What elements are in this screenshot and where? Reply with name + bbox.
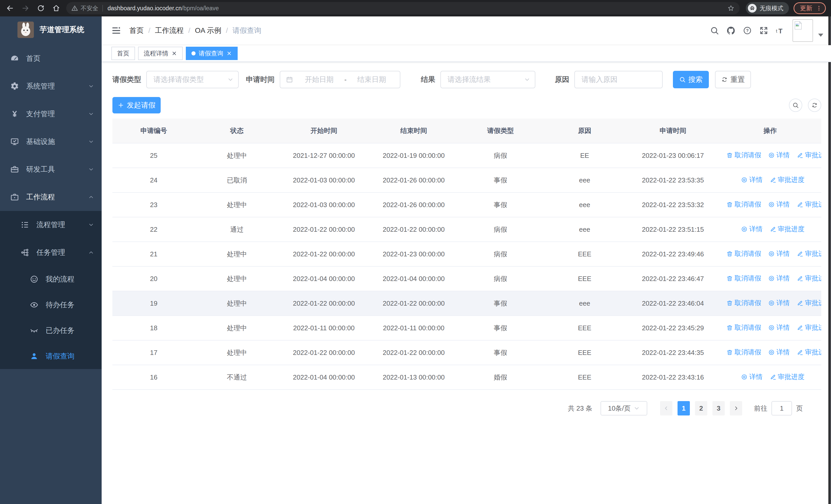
github-icon[interactable]	[726, 26, 736, 35]
page-size-select[interactable]: 10条/页	[601, 401, 647, 415]
detail-link[interactable]: 详情	[768, 200, 790, 209]
cell-reason: EEE	[543, 266, 627, 291]
forward-button[interactable]	[22, 4, 29, 12]
top-navbar: 首页 / 工作流程 / OA 示例 / 请假查询	[102, 17, 831, 45]
sidebar-item[interactable]: 流程管理	[0, 211, 102, 239]
sidebar-item[interactable]: 工作流程	[0, 183, 102, 211]
cancel-leave-link[interactable]: 取消请假	[726, 298, 761, 307]
sidebar-item[interactable]: 基础设施	[0, 128, 102, 155]
approval-progress-link[interactable]: 审批进度	[797, 323, 821, 332]
kebab-menu-icon[interactable]	[816, 5, 822, 11]
breadcrumb-item[interactable]: 首页	[130, 26, 144, 35]
navbar-actions	[703, 19, 823, 42]
view-icon	[741, 226, 748, 233]
column-header: 开始时间	[279, 119, 369, 143]
trash-icon	[726, 349, 733, 356]
refresh-button[interactable]	[808, 98, 821, 112]
sidebar-item[interactable]: 请假查询	[0, 343, 102, 369]
prev-page-button[interactable]	[660, 401, 672, 415]
detail-link[interactable]: 详情	[768, 249, 790, 258]
breadcrumb-item[interactable]: / 工作流程	[144, 26, 184, 35]
sidebar-item[interactable]: 支付管理	[0, 100, 102, 128]
breadcrumb-item[interactable]: / OA 示例	[184, 26, 221, 35]
approval-progress-link[interactable]: 审批进度	[797, 151, 821, 159]
sidebar-item[interactable]: 待办任务	[0, 292, 102, 318]
back-button[interactable]	[6, 4, 14, 12]
result-select[interactable]: 请选择流结果	[440, 71, 535, 88]
column-header: 申请编号	[112, 119, 195, 143]
detail-link[interactable]: 详情	[741, 175, 763, 184]
edit-icon	[797, 300, 803, 306]
fullscreen-icon[interactable]	[759, 26, 768, 35]
leave-type-select[interactable]: 请选择请假类型	[146, 71, 239, 88]
tab[interactable]: 请假查询	[186, 47, 238, 60]
toggle-search-button[interactable]	[789, 98, 802, 112]
caret-down-icon[interactable]	[818, 34, 823, 37]
home-button[interactable]	[52, 4, 60, 12]
trash-icon	[726, 152, 733, 158]
cancel-leave-link[interactable]: 取消请假	[726, 348, 761, 357]
close-icon[interactable]	[226, 51, 232, 56]
page-button[interactable]: 1	[678, 401, 690, 415]
reset-button[interactable]: 重置	[715, 71, 751, 88]
search-icon[interactable]	[710, 26, 719, 35]
tab[interactable]: 流程详情	[138, 47, 183, 60]
update-button[interactable]: 更新	[794, 2, 826, 14]
table-row: 22 通过 2022-01-22 00:00:00 2022-01-22 00:…	[112, 217, 821, 242]
cancel-leave-link[interactable]: 取消请假	[726, 151, 761, 159]
result-label: 结果	[421, 75, 435, 84]
sidebar-item[interactable]: 任务管理	[0, 239, 102, 266]
chevron-down-icon	[88, 139, 94, 145]
chevron-down-icon	[88, 194, 94, 200]
font-size-icon[interactable]	[776, 26, 785, 35]
create-leave-button[interactable]: 发起请假	[112, 97, 161, 113]
goto-label: 前往	[754, 404, 767, 413]
view-icon	[768, 300, 775, 306]
sidebar-item[interactable]: 我的流程	[0, 266, 102, 292]
page-button[interactable]: 3	[712, 401, 725, 415]
sidebar-item[interactable]: 系统管理	[0, 72, 102, 100]
goto-page-input[interactable]	[771, 401, 792, 415]
cancel-leave-link[interactable]: 取消请假	[726, 200, 761, 209]
sidebar-item[interactable]: 研发工具	[0, 155, 102, 183]
avatar[interactable]	[793, 19, 813, 42]
url-bar[interactable]: 不安全 dashboard.yudao.iocoder.cn /bpm/oa/l…	[66, 2, 740, 14]
next-page-button[interactable]	[730, 401, 742, 415]
reason-input[interactable]	[574, 71, 663, 88]
edit-icon	[770, 374, 776, 380]
bookmark-star-icon[interactable]	[727, 5, 735, 12]
breadcrumb-item[interactable]: / 请假查询	[221, 26, 261, 35]
reload-button[interactable]	[37, 4, 45, 12]
search-button[interactable]: 搜索	[673, 71, 709, 88]
apply-time-range-picker[interactable]: 开始日期 - 结束日期	[280, 71, 400, 88]
table-row: 23 处理中 2022-01-03 00:00:00 2022-01-26 00…	[112, 192, 821, 217]
detail-link[interactable]: 详情	[741, 373, 763, 381]
tab[interactable]: 首页	[111, 47, 135, 60]
cancel-leave-link[interactable]: 取消请假	[726, 274, 761, 283]
close-icon[interactable]	[171, 51, 177, 56]
detail-link[interactable]: 详情	[768, 151, 790, 159]
app-logo[interactable]: 芋道管理系统	[0, 17, 102, 43]
sidebar-item[interactable]: 已办任务	[0, 318, 102, 343]
scrollbar[interactable]	[828, 17, 831, 504]
detail-link[interactable]: 详情	[768, 298, 790, 307]
hamburger-icon[interactable]	[111, 26, 121, 35]
approval-progress-link[interactable]: 审批进度	[797, 249, 821, 258]
help-icon[interactable]	[743, 26, 752, 35]
approval-progress-link[interactable]: 审批进度	[797, 298, 821, 307]
url-host: dashboard.yudao.iocoder.cn	[108, 5, 182, 12]
approval-progress-link[interactable]: 审批进度	[797, 200, 821, 209]
approval-progress-link[interactable]: 审批进度	[770, 175, 805, 184]
detail-link[interactable]: 详情	[768, 274, 790, 283]
cancel-leave-link[interactable]: 取消请假	[726, 249, 761, 258]
approval-progress-link[interactable]: 审批进度	[770, 373, 805, 381]
sidebar-item[interactable]: 首页	[0, 45, 102, 72]
detail-link[interactable]: 详情	[741, 225, 763, 234]
cancel-leave-link[interactable]: 取消请假	[726, 323, 761, 332]
approval-progress-link[interactable]: 审批进度	[797, 274, 821, 283]
approval-progress-link[interactable]: 审批进度	[770, 225, 805, 234]
page-button[interactable]: 2	[695, 401, 707, 415]
approval-progress-link[interactable]: 审批进度	[797, 348, 821, 357]
detail-link[interactable]: 详情	[768, 348, 790, 357]
detail-link[interactable]: 详情	[768, 323, 790, 332]
